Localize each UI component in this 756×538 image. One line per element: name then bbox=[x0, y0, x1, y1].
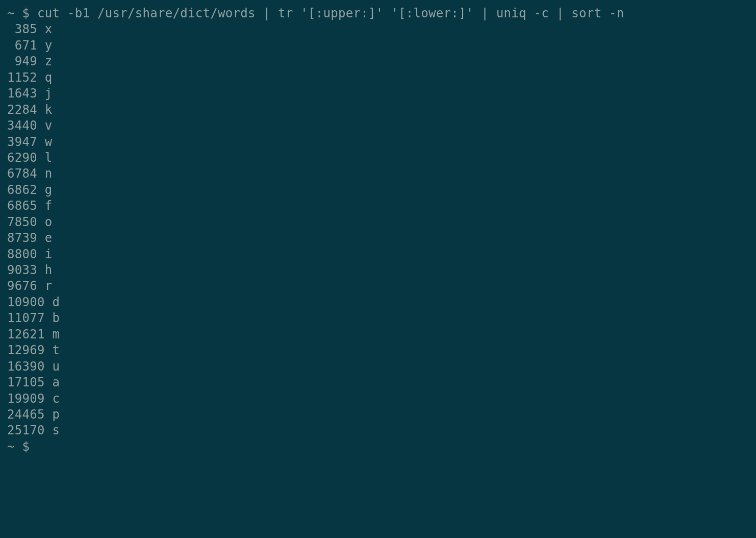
output-letter: p bbox=[45, 407, 60, 422]
output-count: 6865 bbox=[7, 198, 37, 214]
output-count: 1643 bbox=[7, 86, 37, 102]
output-count: 6784 bbox=[7, 166, 37, 182]
output-count: 1152 bbox=[7, 70, 37, 86]
output-row: 3440 v bbox=[7, 118, 749, 134]
output-count: 11077 bbox=[7, 310, 45, 326]
output-row: 3947 w bbox=[7, 134, 749, 150]
output-letter: v bbox=[37, 118, 53, 133]
output-row: 12621 m bbox=[7, 327, 749, 343]
command-prompt-line: ~ $ cut -b1 /usr/share/dict/words | tr '… bbox=[7, 6, 749, 21]
output-row: 11077 b bbox=[7, 310, 749, 326]
output-count: 12969 bbox=[7, 343, 45, 358]
output-row: 6862 g bbox=[7, 182, 749, 198]
output-count: 17105 bbox=[7, 375, 45, 390]
output-count: 6290 bbox=[7, 150, 37, 166]
output-letter: h bbox=[37, 263, 53, 277]
output-letter: s bbox=[45, 423, 60, 437]
output-count: 12621 bbox=[7, 327, 45, 343]
output-row: 17105 a bbox=[7, 375, 749, 390]
output-count: 16390 bbox=[7, 359, 45, 375]
output-letter: k bbox=[37, 103, 53, 117]
output-letter: e bbox=[37, 231, 53, 245]
command-output: 385 x 671 y 949 z1152 q1643 j2284 k3440 … bbox=[7, 21, 749, 438]
output-row: 10900 d bbox=[7, 295, 749, 310]
output-row: 7850 o bbox=[7, 214, 749, 230]
output-letter: o bbox=[37, 215, 53, 229]
output-row: 1152 q bbox=[7, 70, 749, 86]
output-row: 9033 h bbox=[7, 262, 749, 278]
output-count: 24465 bbox=[7, 407, 45, 423]
output-count: 8739 bbox=[7, 230, 37, 246]
output-row: 385 x bbox=[7, 21, 749, 37]
output-count: 385 bbox=[7, 21, 37, 37]
prompt-dollar: $ bbox=[22, 439, 30, 454]
output-letter: m bbox=[45, 327, 60, 341]
output-row: 2284 k bbox=[7, 102, 749, 118]
output-letter: d bbox=[45, 295, 60, 309]
output-letter: j bbox=[37, 86, 53, 101]
output-letter: y bbox=[37, 38, 53, 53]
output-row: 6865 f bbox=[7, 198, 749, 214]
output-count: 2284 bbox=[7, 102, 37, 118]
output-row: 8800 i bbox=[7, 247, 749, 262]
output-count: 671 bbox=[7, 38, 37, 54]
output-letter: r bbox=[37, 279, 53, 293]
output-row: 19909 c bbox=[7, 391, 749, 407]
output-letter: n bbox=[37, 166, 53, 181]
prompt-dollar: $ bbox=[22, 6, 30, 20]
output-count: 9676 bbox=[7, 278, 37, 294]
output-count: 25170 bbox=[7, 423, 45, 438]
output-row: 1643 j bbox=[7, 86, 749, 102]
command-prompt-line-2[interactable]: ~ $ bbox=[7, 439, 749, 455]
output-letter: z bbox=[37, 54, 53, 68]
output-row: 25170 s bbox=[7, 423, 749, 438]
terminal-output[interactable]: ~ $ cut -b1 /usr/share/dict/words | tr '… bbox=[7, 6, 749, 455]
prompt-tilde: ~ bbox=[7, 439, 15, 454]
output-row: 6290 l bbox=[7, 150, 749, 166]
output-count: 10900 bbox=[7, 295, 45, 310]
output-letter: f bbox=[37, 199, 53, 213]
output-row: 6784 n bbox=[7, 166, 749, 182]
output-letter: b bbox=[45, 311, 60, 325]
output-row: 8739 e bbox=[7, 230, 749, 246]
output-letter: w bbox=[37, 135, 53, 149]
output-count: 3440 bbox=[7, 118, 37, 134]
output-count: 7850 bbox=[7, 214, 37, 230]
output-row: 9676 r bbox=[7, 278, 749, 294]
output-letter: l bbox=[37, 151, 53, 165]
prompt-tilde: ~ bbox=[7, 6, 15, 20]
executed-command: cut -b1 /usr/share/dict/words | tr '[:up… bbox=[37, 6, 624, 20]
output-letter: x bbox=[37, 22, 53, 36]
output-letter: i bbox=[37, 247, 53, 261]
output-letter: t bbox=[45, 343, 60, 357]
output-letter: c bbox=[45, 392, 60, 406]
output-letter: q bbox=[37, 70, 53, 85]
output-letter: g bbox=[37, 183, 53, 197]
output-row: 671 y bbox=[7, 38, 749, 54]
output-row: 949 z bbox=[7, 54, 749, 69]
output-count: 949 bbox=[7, 54, 37, 69]
output-row: 12969 t bbox=[7, 343, 749, 358]
output-row: 24465 p bbox=[7, 407, 749, 423]
output-count: 9033 bbox=[7, 262, 37, 278]
output-letter: a bbox=[45, 375, 60, 389]
output-count: 8800 bbox=[7, 247, 37, 262]
output-count: 6862 bbox=[7, 182, 37, 198]
output-row: 16390 u bbox=[7, 359, 749, 375]
output-count: 19909 bbox=[7, 391, 45, 407]
output-letter: u bbox=[45, 359, 60, 374]
output-count: 3947 bbox=[7, 134, 37, 150]
